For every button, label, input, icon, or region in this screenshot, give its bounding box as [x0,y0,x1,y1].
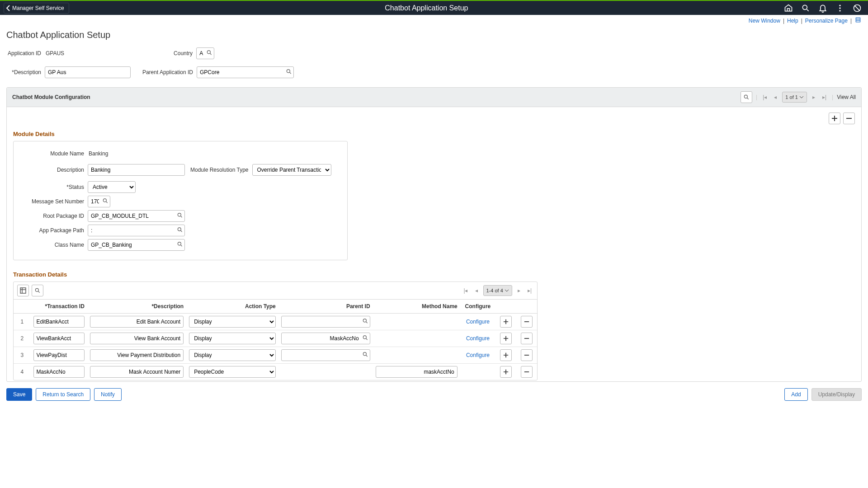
parent-app-id-lookup-icon[interactable] [286,69,292,76]
grid-prev-icon[interactable]: ◂ [772,94,778,100]
notifications-icon[interactable] [818,4,827,13]
trans-parent-lookup-icon[interactable] [362,335,368,343]
module-delete-row-button[interactable] [843,113,855,124]
return-to-search-button[interactable]: Return to Search [36,388,90,401]
svg-point-1 [839,5,840,6]
grid-first-icon[interactable]: |◂ [761,94,769,100]
trans-parent-input[interactable] [281,349,370,361]
trans-delete-row-button[interactable] [521,333,533,344]
trans-add-row-button[interactable] [500,333,512,344]
module-status-select[interactable]: Active [88,181,136,193]
trans-parent-lookup-icon[interactable] [362,318,368,326]
add-button[interactable]: Add [784,388,807,401]
module-desc-input[interactable] [88,164,185,176]
table-row: 3DisplayConfigure [14,347,537,364]
trans-desc-input[interactable] [90,366,184,378]
description-input[interactable] [45,66,131,78]
module-class-input[interactable] [88,239,185,251]
trans-id-input[interactable] [33,333,85,344]
svg-point-14 [35,288,38,291]
trans-add-row-button[interactable] [500,366,512,378]
grid-view-all[interactable]: View All [837,94,856,100]
link-separator: | [801,18,802,24]
trans-id-input[interactable] [33,316,85,328]
trans-parent-input[interactable] [281,333,370,344]
svg-point-7 [287,70,290,73]
trans-desc-input[interactable] [90,349,184,361]
trans-prev-icon[interactable]: ◂ [473,287,480,294]
module-apppkg-input[interactable] [88,225,185,236]
trans-next-icon[interactable]: ▸ [516,287,522,294]
trans-delete-row-button[interactable] [521,349,533,361]
home-icon[interactable] [784,4,793,13]
configure-link[interactable]: Configure [466,352,490,358]
svg-point-16 [363,336,366,339]
trans-action-select[interactable]: Display [189,333,276,344]
back-label: Manager Self Service [12,5,64,11]
application-id-label: Application ID [6,50,45,56]
trans-parent-input[interactable] [281,316,370,328]
grid-find-button[interactable] [741,91,752,103]
module-apppkg-lookup-icon[interactable] [177,227,183,235]
back-button[interactable]: Manager Self Service [4,3,69,14]
trans-col-action[interactable]: Action Type [186,300,278,314]
trans-id-input[interactable] [33,349,85,361]
personalize-page-link[interactable]: Personalize Page [805,18,848,24]
svg-point-15 [363,319,366,322]
trans-col-configure[interactable]: Configure [460,300,495,314]
save-button[interactable]: Save [6,388,32,401]
trans-pager[interactable]: 1-4 of 4 [483,285,512,296]
trans-action-select[interactable]: PeopleCode [189,366,276,378]
trans-col-method[interactable]: Method Name [373,300,460,314]
navbar-icon[interactable] [853,4,862,13]
trans-find-button[interactable] [32,285,43,296]
trans-add-row-button[interactable] [500,349,512,361]
svg-point-3 [839,10,840,11]
print-icon[interactable] [854,17,862,24]
help-link[interactable]: Help [787,18,798,24]
new-window-link[interactable]: New Window [749,18,780,24]
svg-point-0 [802,5,807,9]
svg-rect-5 [856,18,860,22]
trans-action-select[interactable]: Display [189,349,276,361]
svg-point-6 [207,51,210,54]
country-lookup-icon[interactable] [206,50,212,57]
update-display-button[interactable]: Update/Display [811,388,862,401]
trans-parent-lookup-icon[interactable] [362,352,368,359]
configure-link[interactable]: Configure [466,335,490,342]
trans-id-input[interactable] [33,366,85,378]
application-id-value: GPAUS [45,48,65,58]
trans-col-desc[interactable]: *Description [87,300,186,314]
svg-point-8 [744,95,747,98]
trans-action-select[interactable]: Display [189,316,276,328]
grid-pager[interactable]: 1 of 1 [782,92,807,103]
search-icon[interactable] [801,4,810,13]
trans-col-parent[interactable]: Parent ID [278,300,373,314]
grid-last-icon[interactable]: ▸| [821,94,828,100]
module-rootpkg-input[interactable] [88,210,185,222]
svg-point-2 [839,7,840,9]
table-row: 4PeopleCode [14,364,537,380]
trans-first-icon[interactable]: |◂ [462,287,469,294]
trans-last-icon[interactable]: ▸| [526,287,533,294]
notify-button[interactable]: Notify [94,388,122,401]
trans-add-row-button[interactable] [500,316,512,328]
trans-delete-row-button[interactable] [521,366,533,378]
trans-desc-input[interactable] [90,333,184,344]
parent-app-id-input[interactable] [197,66,294,78]
module-msgset-lookup-icon[interactable] [102,198,108,206]
trans-col-tid[interactable]: *Transaction ID [31,300,87,314]
trans-method-input[interactable] [376,366,458,378]
trans-desc-input[interactable] [90,316,184,328]
module-class-lookup-icon[interactable] [177,241,183,249]
module-res-type-select[interactable]: Override Parent Transactions [252,164,331,176]
actions-menu-icon[interactable] [835,4,844,13]
module-add-row-button[interactable] [829,113,840,124]
configure-link[interactable]: Configure [466,319,490,325]
module-res-type-label: Module Resolution Type [190,167,252,173]
row-number: 1 [14,314,31,330]
grid-next-icon[interactable]: ▸ [811,94,817,100]
trans-delete-row-button[interactable] [521,316,533,328]
trans-personalize-button[interactable] [17,285,29,296]
module-rootpkg-lookup-icon[interactable] [177,212,183,220]
